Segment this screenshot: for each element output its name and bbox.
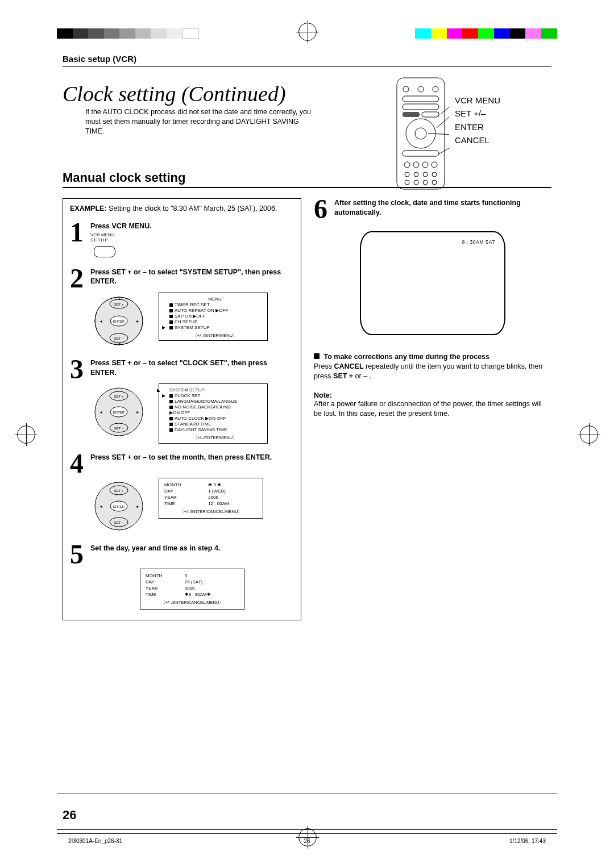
svg-point-4 bbox=[418, 86, 424, 92]
svg-text:►: ► bbox=[136, 504, 140, 508]
svg-text:▼: ▼ bbox=[118, 343, 121, 346]
svg-point-23 bbox=[405, 180, 409, 185]
dpad-icon: SET + SET – ENTER ◄► ▲▼ bbox=[90, 293, 147, 349]
dpad-icon: SET + SET – ENTER ◄► bbox=[90, 478, 147, 535]
remote-label: CANCEL bbox=[455, 133, 500, 147]
step-number-6: 6 bbox=[314, 198, 334, 220]
svg-text:◄: ◄ bbox=[99, 504, 103, 508]
step-3-text: Press SET + or – to select "CLOCK SET", … bbox=[90, 358, 294, 378]
osd-system-setup-screen: ◣SYSTEM SETUP ▶CLOCK SET LANGUAGE/IDIOMA… bbox=[159, 383, 268, 443]
svg-text:◄: ◄ bbox=[99, 319, 103, 323]
step-4-text: Press SET + or – to set the month, then … bbox=[90, 453, 272, 462]
svg-rect-9 bbox=[422, 112, 439, 117]
registration-mark-icon bbox=[580, 425, 597, 443]
svg-point-3 bbox=[403, 86, 409, 92]
divider bbox=[63, 66, 551, 67]
osd-clock-set-screen: MONTH✱ 3 ✱ DAY1 (WED) YEAR2006 TIME12 : … bbox=[159, 478, 263, 519]
step-number-3: 3 bbox=[70, 358, 90, 380]
svg-point-18 bbox=[432, 162, 437, 168]
footer-page: 26 bbox=[304, 838, 310, 844]
svg-point-25 bbox=[423, 180, 428, 185]
svg-rect-0 bbox=[397, 78, 445, 189]
example-row: EXAMPLE: Setting the clock to "8:30 AM" … bbox=[70, 205, 294, 212]
svg-text:SET –: SET – bbox=[114, 337, 124, 340]
svg-point-15 bbox=[404, 162, 410, 168]
svg-text:▲: ▲ bbox=[118, 297, 121, 301]
svg-point-21 bbox=[423, 172, 428, 177]
step-1-text: Press VCR MENU. bbox=[90, 222, 152, 231]
svg-text:►: ► bbox=[136, 319, 140, 323]
corrections-block: To make corrections any time during the … bbox=[314, 352, 551, 381]
step-5-text: Set the day, year and time as in step 4. bbox=[90, 544, 220, 553]
footer-timestamp: 1/12/06, 17:43 bbox=[509, 838, 546, 844]
footer-rule bbox=[57, 794, 557, 794]
svg-point-24 bbox=[414, 180, 418, 185]
svg-line-13 bbox=[439, 145, 449, 154]
page-number: 26 bbox=[63, 808, 76, 823]
dpad-icon: SET + SET – ENTER ◄► bbox=[90, 383, 147, 440]
svg-text:►: ► bbox=[136, 410, 140, 414]
tv-screen-time: 8 : 30AM SAT bbox=[370, 239, 495, 245]
svg-rect-6 bbox=[403, 96, 439, 102]
svg-rect-8 bbox=[403, 112, 420, 117]
svg-point-17 bbox=[422, 162, 428, 168]
step-number-5: 5 bbox=[70, 544, 90, 565]
registration-mark-icon bbox=[17, 425, 34, 443]
registration-mark-icon bbox=[298, 23, 316, 40]
svg-line-12 bbox=[428, 133, 449, 135]
note-body: After a power failure or disconnection o… bbox=[314, 399, 551, 419]
remote-label: ENTER bbox=[455, 120, 500, 133]
svg-point-16 bbox=[413, 162, 419, 168]
svg-text:SET –: SET – bbox=[114, 521, 124, 524]
svg-point-2 bbox=[415, 128, 426, 139]
svg-text:ENTER: ENTER bbox=[113, 505, 125, 508]
svg-text:ENTER: ENTER bbox=[113, 320, 125, 323]
svg-point-26 bbox=[432, 180, 437, 185]
vcr-menu-key-label-top: VCR MENU bbox=[90, 232, 152, 237]
step-number-2: 2 bbox=[70, 268, 90, 289]
footer-file-id: 2I30301A-En_p26-31 bbox=[68, 838, 122, 844]
svg-text:SET –: SET – bbox=[114, 427, 124, 430]
vcr-menu-key-label-bottom: SETUP bbox=[90, 237, 152, 243]
step-number-4: 4 bbox=[70, 453, 90, 474]
svg-text:SET +: SET + bbox=[114, 303, 124, 306]
remote-illustration: VCR MENU SET +/– ENTER CANCEL bbox=[392, 77, 546, 196]
square-bullet-icon bbox=[314, 353, 320, 359]
footer-double-rule bbox=[57, 829, 557, 834]
svg-point-19 bbox=[405, 172, 409, 177]
vcr-menu-key-icon bbox=[94, 246, 115, 257]
svg-text:SET +: SET + bbox=[114, 489, 124, 493]
procedure-box: EXAMPLE: Setting the clock to "8:30 AM" … bbox=[63, 198, 301, 621]
example-text: Setting the clock to "8:30 AM" March, 25… bbox=[109, 205, 277, 212]
remote-label: VCR MENU bbox=[455, 94, 500, 107]
svg-text:ENTER: ENTER bbox=[113, 411, 125, 414]
svg-point-22 bbox=[432, 172, 437, 177]
svg-rect-14 bbox=[403, 151, 439, 156]
svg-rect-7 bbox=[403, 104, 439, 110]
step-number-1: 1 bbox=[70, 222, 90, 243]
note-heading: Note: bbox=[314, 391, 551, 399]
corrections-heading: To make corrections any time during the … bbox=[323, 353, 489, 361]
intro-paragraph: If the AUTO CLOCK process did not set th… bbox=[85, 107, 313, 136]
svg-point-5 bbox=[433, 86, 438, 92]
step-6-text: After setting the clock, date and time s… bbox=[334, 198, 551, 218]
svg-point-20 bbox=[414, 172, 418, 177]
svg-text:◄: ◄ bbox=[99, 410, 103, 414]
remote-label: SET +/– bbox=[455, 107, 500, 120]
section-header: Basic setup (VCR) bbox=[63, 54, 551, 64]
example-label: EXAMPLE: bbox=[70, 205, 107, 212]
tv-screen-illustration: 8 : 30AM SAT bbox=[360, 231, 505, 335]
osd-clock-set-screen-final: MONTH3 DAY25 (SAT) YEAR2006 TIME✱8 : 30A… bbox=[140, 569, 244, 610]
svg-line-11 bbox=[437, 112, 449, 128]
svg-text:SET +: SET + bbox=[114, 395, 124, 398]
osd-menu-screen: MENU TIMER REC SET AUTO REPEAT ON ▶OFF S… bbox=[159, 293, 268, 341]
step-2-text: Press SET + or – to select "SYSTEM SETUP… bbox=[90, 268, 294, 287]
